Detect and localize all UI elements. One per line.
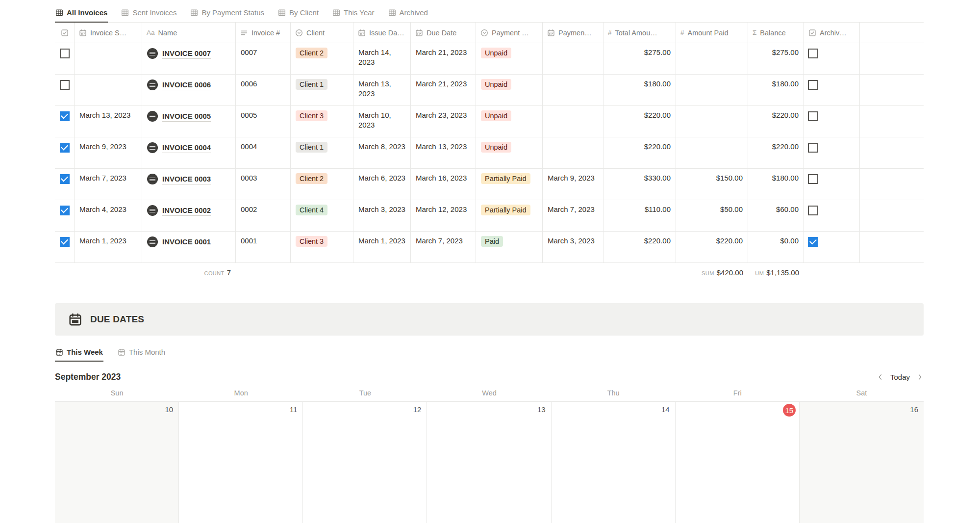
archived-checkbox[interactable] <box>808 111 818 121</box>
row-select-checkbox[interactable] <box>60 143 70 153</box>
today-button[interactable]: Today <box>890 373 910 381</box>
col-header-amount-paid[interactable]: #Amount Paid <box>676 23 748 43</box>
tab-by-payment-status[interactable]: By Payment Status <box>190 6 265 23</box>
calendar-day-cell[interactable]: 12 <box>303 402 427 523</box>
calendar-day-cell[interactable]: 16 <box>800 402 924 523</box>
col-header-balance[interactable]: ΣBalance <box>748 23 804 43</box>
col-header-total-amount[interactable]: #Total Amou… <box>603 23 676 43</box>
row-select-checkbox[interactable] <box>60 174 70 184</box>
tab-archived[interactable]: Archived <box>388 6 428 23</box>
cell-due-date[interactable]: March 21, 2023 <box>411 75 476 105</box>
col-header-select-all[interactable] <box>55 23 75 43</box>
tab-this-month[interactable]: This Month <box>117 346 166 362</box>
cell-invoice-number[interactable]: 0002 <box>236 200 291 231</box>
col-header-invoice-number[interactable]: Invoice # <box>236 23 291 43</box>
row-select-checkbox[interactable] <box>60 237 70 247</box>
chevron-left-icon[interactable] <box>877 373 884 381</box>
cell-payment-date[interactable]: March 3, 2023 <box>543 232 603 262</box>
cell-total-amount[interactable]: $220.00 <box>603 106 676 137</box>
cell-invoice-number[interactable]: 0003 <box>236 169 291 200</box>
cell-invoice-sent[interactable]: March 9, 2023 <box>75 137 142 168</box>
cell-total-amount[interactable]: $110.00 <box>603 200 676 231</box>
col-header-client[interactable]: Client <box>291 23 353 43</box>
cell-invoice-number[interactable]: 0004 <box>236 137 291 168</box>
cell-client[interactable]: Client 3 <box>291 106 353 137</box>
col-header-invoice-sent[interactable]: Invoice S… <box>75 23 142 43</box>
col-header-issue-date[interactable]: Issue Da… <box>353 23 411 43</box>
calendar-day-cell[interactable]: 10 <box>55 402 179 523</box>
row-select-checkbox[interactable] <box>60 111 70 121</box>
cell-payment-status[interactable]: Unpaid <box>476 106 543 137</box>
cell-payment-status[interactable]: Paid <box>476 232 543 262</box>
cell-client[interactable]: Client 2 <box>291 43 353 74</box>
cell-payment-status[interactable]: Partially Paid <box>476 169 543 200</box>
cell-amount-paid[interactable] <box>676 106 748 137</box>
cell-invoice-sent[interactable] <box>75 43 142 74</box>
cell-due-date[interactable]: March 7, 2023 <box>411 232 476 262</box>
cell-payment-status[interactable]: Unpaid <box>476 75 543 105</box>
archived-checkbox[interactable] <box>808 49 818 58</box>
cell-total-amount[interactable]: $220.00 <box>603 137 676 168</box>
cell-invoice-sent[interactable]: March 4, 2023 <box>75 200 142 231</box>
cell-issue-date[interactable]: March 1, 2023 <box>353 232 411 262</box>
cell-total-amount[interactable]: $330.00 <box>603 169 676 200</box>
cell-invoice-number[interactable]: 0006 <box>236 75 291 105</box>
col-header-payment-status[interactable]: Payment … <box>476 23 543 43</box>
cell-payment-date[interactable] <box>543 137 603 168</box>
cell-balance[interactable]: $180.00 <box>748 75 804 105</box>
calendar-day-cell[interactable]: 13 <box>427 402 551 523</box>
cell-invoice-sent[interactable] <box>75 75 142 105</box>
archived-checkbox[interactable] <box>808 143 818 153</box>
col-header-due-date[interactable]: Due Date <box>411 23 476 43</box>
calendar-day-cell[interactable]: 11 <box>179 402 303 523</box>
cell-amount-paid[interactable]: $220.00 <box>676 232 748 262</box>
cell-amount-paid[interactable] <box>676 75 748 105</box>
cell-invoice-name[interactable]: INVOICE 0007 <box>142 43 236 74</box>
archived-checkbox[interactable] <box>808 237 818 247</box>
cell-due-date[interactable]: March 16, 2023 <box>411 169 476 200</box>
cell-balance[interactable]: $180.00 <box>748 169 804 200</box>
cell-due-date[interactable]: March 12, 2023 <box>411 200 476 231</box>
cell-total-amount[interactable]: $180.00 <box>603 75 676 105</box>
cell-invoice-name[interactable]: INVOICE 0001 <box>142 232 236 262</box>
cell-issue-date[interactable]: March 3, 2023 <box>353 200 411 231</box>
cell-invoice-sent[interactable]: March 1, 2023 <box>75 232 142 262</box>
calendar-day-cell[interactable]: 15 <box>676 402 800 523</box>
cell-due-date[interactable]: March 13, 2023 <box>411 137 476 168</box>
cell-payment-status[interactable]: Unpaid <box>476 137 543 168</box>
cell-issue-date[interactable]: March 10, 2023 <box>353 106 411 137</box>
cell-balance[interactable]: $275.00 <box>748 43 804 74</box>
archived-checkbox[interactable] <box>808 80 818 90</box>
cell-payment-date[interactable] <box>543 75 603 105</box>
cell-payment-date[interactable] <box>543 106 603 137</box>
archived-checkbox[interactable] <box>808 174 818 184</box>
cell-invoice-sent[interactable]: March 13, 2023 <box>75 106 142 137</box>
cell-payment-status[interactable]: Partially Paid <box>476 200 543 231</box>
col-header-payment-date[interactable]: Paymen… <box>543 23 603 43</box>
cell-amount-paid[interactable]: $50.00 <box>676 200 748 231</box>
cell-issue-date[interactable]: March 6, 2023 <box>353 169 411 200</box>
col-header-name[interactable]: AaName <box>142 23 236 43</box>
row-select-checkbox[interactable] <box>60 49 70 58</box>
cell-client[interactable]: Client 1 <box>291 75 353 105</box>
tab-all-invoices[interactable]: All Invoices <box>55 6 108 23</box>
tab-by-client[interactable]: By Client <box>277 6 319 23</box>
row-select-checkbox[interactable] <box>60 206 70 215</box>
summary-count[interactable]: COUNT7 <box>142 268 236 277</box>
cell-payment-date[interactable]: March 7, 2023 <box>543 200 603 231</box>
cell-amount-paid[interactable] <box>676 43 748 74</box>
cell-issue-date[interactable]: March 8, 2023 <box>353 137 411 168</box>
chevron-right-icon[interactable] <box>916 373 924 381</box>
cell-client[interactable]: Client 4 <box>291 200 353 231</box>
cell-invoice-number[interactable]: 0001 <box>236 232 291 262</box>
cell-invoice-number[interactable]: 0005 <box>236 106 291 137</box>
summary-sum-balance[interactable]: UM$1,135.00 <box>748 268 804 277</box>
cell-invoice-number[interactable]: 0007 <box>236 43 291 74</box>
cell-balance[interactable]: $220.00 <box>748 106 804 137</box>
cell-invoice-name[interactable]: INVOICE 0004 <box>142 137 236 168</box>
row-select-checkbox[interactable] <box>60 80 70 90</box>
cell-invoice-name[interactable]: INVOICE 0006 <box>142 75 236 105</box>
cell-total-amount[interactable]: $220.00 <box>603 232 676 262</box>
summary-sum-amount-paid[interactable]: SUM$420.00 <box>676 268 748 277</box>
cell-invoice-name[interactable]: INVOICE 0002 <box>142 200 236 231</box>
